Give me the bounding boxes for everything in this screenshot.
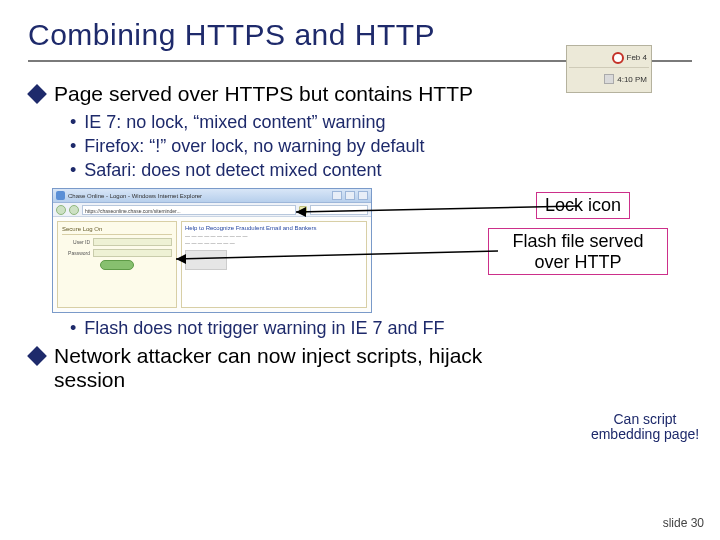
slide-number: slide 30 — [663, 516, 704, 530]
content-line: — — — — — — — — — — — [185, 233, 363, 240]
content-panel: Help to Recognize Fraudulent Email and B… — [181, 221, 367, 308]
bullet-2-text: Network attacker can now inject scripts,… — [54, 344, 548, 392]
login-panel-title: Secure Log On — [62, 226, 172, 235]
content-image-placeholder — [185, 250, 227, 270]
password-label: Password — [62, 250, 90, 256]
speaker-icon — [604, 74, 614, 84]
maximize-icon — [345, 191, 355, 200]
browser-title-text: Chase Online - Logon - Windows Internet … — [68, 193, 329, 199]
password-input — [93, 249, 172, 257]
callout-lock-icon: Lock icon — [536, 192, 630, 219]
sub-bullet-3-text: Safari: does not detect mixed content — [84, 158, 381, 182]
bullet-dot-icon: • — [70, 110, 76, 134]
search-box — [310, 205, 368, 215]
bullet-dot-icon: • — [70, 134, 76, 158]
close-icon — [358, 191, 368, 200]
flash-sub-bullet-text: Flash does not trigger warning in IE 7 a… — [84, 316, 444, 340]
sub-bullets: • IE 7: no lock, “mixed content” warning… — [70, 110, 692, 182]
tray-icon — [612, 52, 624, 64]
userid-label: User ID — [62, 239, 90, 245]
screenshot-row: Chase Online - Logon - Windows Internet … — [28, 188, 692, 338]
content-line: — — — — — — — — — [185, 240, 363, 247]
bullet-1-text: Page served over HTTPS but contains HTTP — [54, 82, 473, 106]
browser-body: Secure Log On User ID Password Help to R… — [53, 217, 371, 312]
browser-titlebar: Chase Online - Logon - Windows Internet … — [53, 189, 371, 203]
script-note: Can script embedding page! — [580, 412, 710, 443]
back-icon — [56, 205, 66, 215]
sub-bullet-3: • Safari: does not detect mixed content — [70, 158, 692, 182]
diamond-icon — [27, 346, 47, 366]
login-panel: Secure Log On User ID Password — [57, 221, 177, 308]
browser-screenshot: Chase Online - Logon - Windows Internet … — [52, 188, 372, 313]
callout-flash-http: Flash file served over HTTP — [488, 228, 668, 275]
lock-icon — [299, 206, 307, 214]
bullet-dot-icon: • — [70, 316, 76, 340]
minimize-icon — [332, 191, 342, 200]
sub-bullet-1: • IE 7: no lock, “mixed content” warning — [70, 110, 692, 134]
tray-date: Feb 4 — [627, 53, 647, 62]
forward-icon — [69, 205, 79, 215]
login-button — [100, 260, 134, 270]
tray-time: 4:10 PM — [617, 75, 647, 84]
sub-bullet-1-text: IE 7: no lock, “mixed content” warning — [84, 110, 385, 134]
app-icon — [56, 191, 65, 200]
content-heading: Help to Recognize Fraudulent Email and B… — [185, 225, 363, 231]
url-field: https://chaseonline.chase.com/siteminder… — [82, 205, 296, 215]
bullet-dot-icon: • — [70, 158, 76, 182]
bullet-2: Network attacker can now inject scripts,… — [28, 344, 548, 392]
sub-bullet-2: • Firefox: “!” over lock, no warning by … — [70, 134, 692, 158]
sub-bullet-2-text: Firefox: “!” over lock, no warning by de… — [84, 134, 424, 158]
userid-input — [93, 238, 172, 246]
address-bar: https://chaseonline.chase.com/siteminder… — [53, 203, 371, 217]
taskbar-screenshot: Feb 4 4:10 PM — [566, 45, 652, 93]
flash-sub-bullet-row: • Flash does not trigger warning in IE 7… — [70, 316, 445, 340]
diamond-icon — [27, 84, 47, 104]
